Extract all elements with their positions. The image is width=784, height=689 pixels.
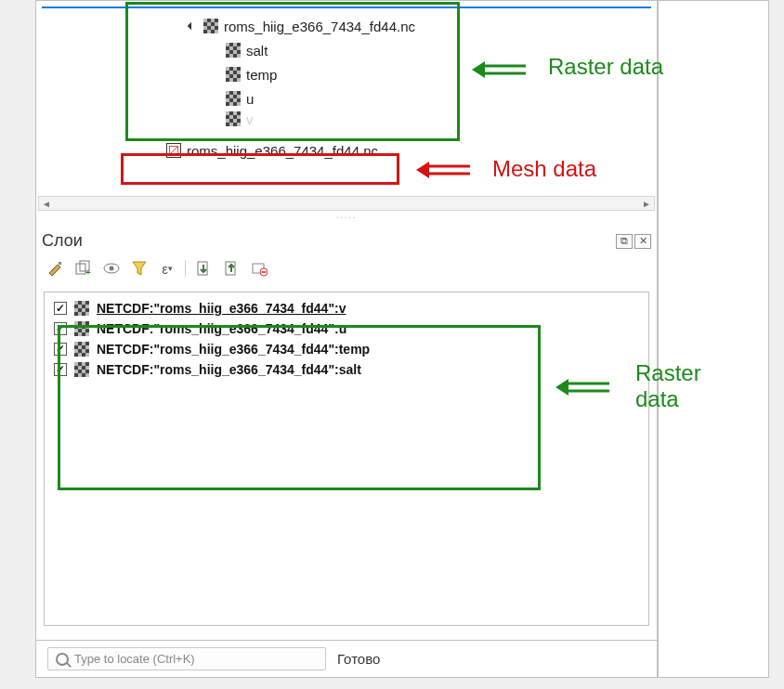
layer-visibility-checkbox[interactable]: ✓ [54,322,67,335]
search-icon [56,653,69,666]
raster-icon [74,301,89,316]
main-panel: roms_hiig_e366_7434_fd44.nc salt temp u … [35,0,658,678]
svg-marker-16 [416,162,429,178]
eye-icon[interactable] [101,258,122,279]
mesh-icon [166,143,181,158]
locator-input[interactable]: Type to locate (Ctrl+K) [47,647,326,670]
svg-point-5 [110,266,114,271]
raster-icon [203,19,218,33]
raster-icon [74,342,89,357]
tree-item-v[interactable]: v [36,110,657,127]
layers-toolbar: + ε▾ [36,254,657,286]
layer-label: NETCDF:"roms_hiig_e366_7434_fd44":u [97,321,346,336]
add-group-icon[interactable]: + [73,258,94,279]
tree-item-label: salt [246,43,268,58]
tree-item-root[interactable]: roms_hiig_e366_7434_fd44.nc [36,14,657,38]
close-panel-button[interactable]: ✕ [634,234,651,249]
svg-rect-10 [262,271,267,273]
layers-header: Слои ⧉ ✕ [36,228,657,254]
layer-row[interactable]: ✓ NETCDF:"roms_hiig_e366_7434_fd44":u [48,318,645,339]
annotation-label-raster2-line1: Raster [635,360,701,386]
svg-marker-13 [472,61,485,78]
status-bar: Type to locate (Ctrl+K) Готово [36,640,657,677]
layers-panel: Слои ⧉ ✕ + ε▾ [36,228,657,626]
selection-highlight [42,6,651,8]
tree-item-label: u [246,91,254,107]
arrow-green-1 [472,58,528,82]
disclosure-triangle[interactable] [185,23,198,29]
layers-list: ✓ NETCDF:"roms_hiig_e366_7434_fd44":v ✓ … [44,292,649,626]
raster-icon [226,43,241,58]
locator-placeholder: Type to locate (Ctrl+K) [74,652,195,666]
svg-rect-0 [59,262,61,265]
layer-visibility-checkbox[interactable]: ✓ [54,302,67,315]
annotation-label-raster2-line2: data [635,386,679,412]
expression-icon[interactable]: ε▾ [157,258,177,279]
remove-layer-icon[interactable] [249,258,269,279]
splitter-handle[interactable]: ····· [336,213,358,222]
raster-icon [226,91,241,106]
layer-row[interactable]: ✓ NETCDF:"roms_hiig_e366_7434_fd44":v [48,298,645,318]
annotation-label-mesh: Mesh data [492,156,596,182]
canvas-area [658,0,769,678]
panel-title: Слои [42,231,83,251]
scroll-right-button[interactable]: ► [639,197,654,210]
tree-item-u[interactable]: u [36,86,657,110]
status-text: Готово [337,651,380,667]
layer-visibility-checkbox[interactable]: ✓ [54,343,67,356]
float-panel-button[interactable]: ⧉ [616,234,633,249]
svg-marker-19 [555,379,568,396]
tree-item-label: temp [246,67,277,83]
style-icon[interactable] [46,258,66,279]
toolbar-separator [185,260,186,277]
svg-text:+: + [85,267,91,278]
expression-label: ε [162,261,168,277]
svg-rect-1 [76,264,85,274]
raster-icon [74,321,89,336]
scroll-left-button[interactable]: ◄ [39,197,54,210]
layer-label: NETCDF:"roms_hiig_e366_7434_fd44":temp [97,342,370,357]
raster-icon [226,67,241,82]
layer-visibility-checkbox[interactable]: ✓ [54,363,67,376]
layer-label: NETCDF:"roms_hiig_e366_7434_fd44":v [97,301,346,316]
tree-item-label: v [246,111,254,127]
filter-icon[interactable] [129,258,150,279]
arrow-green-2 [555,375,611,399]
tree-item-label: roms_hiig_e366_7434_fd44.nc [224,19,415,34]
tree-item-label: roms_hiig_e366_7434_fd44.nc [187,143,378,159]
layer-row[interactable]: ✓ NETCDF:"roms_hiig_e366_7434_fd44":temp [48,339,645,359]
raster-icon [74,362,89,377]
expand-all-icon[interactable] [193,258,214,279]
horizontal-scrollbar[interactable]: ◄ ► [38,196,655,211]
arrow-red [416,158,472,182]
collapse-all-icon[interactable] [221,258,242,279]
layer-label: NETCDF:"roms_hiig_e366_7434_fd44":salt [97,362,361,377]
raster-icon [226,111,241,126]
annotation-label-raster: Raster data [548,54,663,80]
